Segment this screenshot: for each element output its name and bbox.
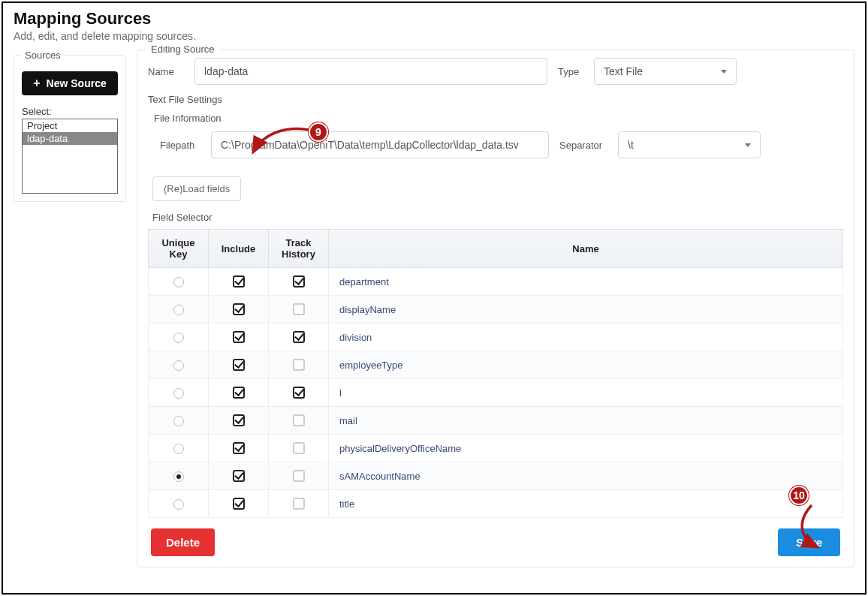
table-row: physicalDeliveryOfficeName: [149, 435, 843, 462]
plus-icon: +: [33, 77, 40, 89]
sources-select-list[interactable]: Projectldap-data: [22, 119, 118, 194]
col-include: Include: [209, 230, 269, 268]
editing-legend: Editing Source: [146, 44, 219, 55]
field-name-cell: title: [329, 490, 843, 518]
file-information-label: File Information: [154, 113, 843, 124]
unique-key-radio[interactable]: [173, 416, 184, 426]
track-history-checkbox[interactable]: [293, 275, 305, 287]
editing-panel: Editing Source Name Type Text File Text …: [137, 50, 854, 567]
field-name-cell: sAMAccountName: [329, 462, 843, 490]
field-name-cell: employeeType: [329, 351, 843, 379]
table-row: mail: [149, 407, 843, 435]
table-row: employeeType: [149, 351, 843, 379]
separator-label: Separator: [559, 140, 607, 151]
field-name-cell: division: [329, 324, 843, 351]
include-checkbox[interactable]: [233, 359, 245, 371]
page-subtitle: Add, edit, and delete mapping sources.: [14, 30, 854, 42]
chevron-down-icon: [745, 143, 751, 147]
include-checkbox[interactable]: [233, 387, 245, 399]
page-title: Mapping Sources: [14, 9, 854, 29]
reload-fields-button[interactable]: (Re)Load fields: [152, 176, 241, 201]
include-checkbox[interactable]: [233, 303, 245, 315]
sources-list-item[interactable]: Project: [23, 119, 117, 132]
unique-key-radio[interactable]: [173, 471, 184, 482]
unique-key-radio[interactable]: [173, 277, 184, 287]
type-select[interactable]: Text File: [594, 58, 737, 85]
text-file-settings-label: Text File Settings: [148, 94, 843, 105]
col-track-history: TrackHistory: [269, 230, 329, 268]
track-history-checkbox[interactable]: [293, 470, 305, 482]
table-row: l: [149, 379, 843, 407]
include-checkbox[interactable]: [233, 414, 245, 426]
save-button[interactable]: Save: [778, 528, 840, 556]
track-history-checkbox[interactable]: [293, 331, 305, 343]
include-checkbox[interactable]: [233, 498, 245, 510]
unique-key-radio[interactable]: [173, 444, 184, 454]
name-label: Name: [148, 66, 184, 77]
table-row: displayName: [149, 296, 843, 324]
name-input[interactable]: [194, 58, 547, 85]
unique-key-radio[interactable]: [173, 333, 184, 343]
track-history-checkbox[interactable]: [293, 359, 305, 371]
table-row: sAMAccountName: [149, 462, 843, 490]
include-checkbox[interactable]: [233, 470, 245, 482]
track-history-checkbox[interactable]: [293, 498, 305, 510]
field-selector-table: Unique Key Include TrackHistory Name dep…: [148, 229, 843, 518]
unique-key-radio[interactable]: [173, 499, 184, 510]
track-history-checkbox[interactable]: [293, 442, 305, 454]
track-history-checkbox[interactable]: [293, 387, 305, 399]
col-name: Name: [329, 230, 843, 268]
track-history-checkbox[interactable]: [293, 414, 305, 426]
field-name-cell: physicalDeliveryOfficeName: [329, 435, 843, 462]
separator-value: \t: [628, 139, 634, 151]
new-source-label: New Source: [47, 77, 107, 89]
delete-button[interactable]: Delete: [151, 528, 215, 556]
table-row: department: [149, 268, 843, 296]
type-label: Type: [558, 66, 583, 77]
sources-list-item[interactable]: ldap-data: [23, 132, 117, 145]
new-source-button[interactable]: + New Source: [22, 71, 118, 95]
sources-panel: Sources + New Source Select: Projectldap…: [14, 50, 126, 202]
track-history-checkbox[interactable]: [293, 303, 305, 315]
unique-key-radio[interactable]: [173, 388, 184, 399]
include-checkbox[interactable]: [233, 275, 245, 287]
separator-select[interactable]: \t: [618, 131, 761, 158]
field-name-cell: department: [329, 268, 843, 296]
filepath-input[interactable]: [211, 131, 549, 158]
field-name-cell: mail: [329, 407, 843, 435]
filepath-label: Filepath: [160, 140, 200, 151]
type-value: Text File: [604, 65, 643, 77]
select-label: Select:: [22, 106, 118, 117]
col-unique-key: Unique Key: [149, 230, 209, 268]
table-row: title: [149, 490, 843, 518]
sources-legend: Sources: [22, 50, 64, 61]
table-row: division: [149, 324, 843, 351]
unique-key-radio[interactable]: [173, 360, 184, 371]
field-name-cell: l: [329, 379, 843, 407]
include-checkbox[interactable]: [233, 331, 245, 343]
chevron-down-icon: [721, 70, 727, 74]
unique-key-radio[interactable]: [173, 305, 184, 315]
field-selector-label: Field Selector: [152, 212, 843, 223]
field-name-cell: displayName: [329, 296, 843, 324]
include-checkbox[interactable]: [233, 442, 245, 454]
